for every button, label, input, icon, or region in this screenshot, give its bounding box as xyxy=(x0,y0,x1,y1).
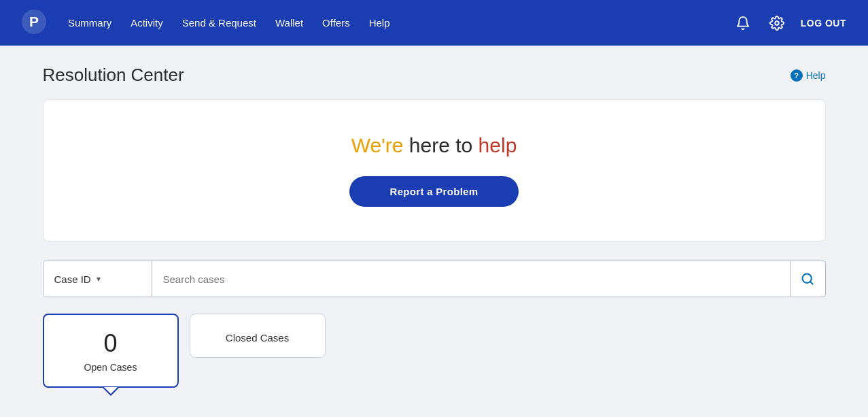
nav-link-activity[interactable]: Activity xyxy=(131,17,163,29)
svg-point-2 xyxy=(775,21,779,25)
chevron-down-icon: ▾ xyxy=(97,274,101,284)
notification-button[interactable] xyxy=(733,13,753,33)
closed-cases-tab[interactable]: Closed Cases xyxy=(190,314,326,358)
svg-line-4 xyxy=(810,282,813,284)
report-problem-button[interactable]: Report a Problem xyxy=(349,176,519,207)
main-content: Resolution Center ? Help We're here to h… xyxy=(27,46,842,407)
open-cases-tab[interactable]: 0 Open Cases xyxy=(43,314,179,388)
hero-card: We're here to help Report a Problem xyxy=(43,99,826,241)
hero-title-help: help xyxy=(479,134,517,156)
hero-title-were: We're xyxy=(351,134,404,156)
page-title: Resolution Center xyxy=(43,65,184,86)
nav-link-help[interactable]: Help xyxy=(369,17,390,29)
bell-icon xyxy=(735,16,750,31)
cases-row: 0 Open Cases Closed Cases xyxy=(43,314,826,388)
nav-links: Summary Activity Send & Request Wallet O… xyxy=(68,17,711,29)
closed-cases-label: Closed Cases xyxy=(201,332,314,344)
search-input[interactable] xyxy=(152,261,790,297)
settings-button[interactable] xyxy=(767,13,787,33)
paypal-logo: P xyxy=(22,10,46,37)
logout-button[interactable]: LOG OUT xyxy=(801,18,846,29)
dropdown-label: Case ID xyxy=(54,273,91,285)
search-icon xyxy=(801,272,814,286)
open-cases-label: Open Cases xyxy=(55,362,167,373)
page-header: Resolution Center ? Help xyxy=(43,65,826,86)
help-link[interactable]: ? Help xyxy=(791,69,826,82)
gear-icon xyxy=(769,16,784,31)
nav-link-summary[interactable]: Summary xyxy=(68,17,111,29)
help-circle-icon: ? xyxy=(791,69,803,82)
navigation: P Summary Activity Send & Request Wallet… xyxy=(0,0,868,46)
search-bar: Case ID ▾ xyxy=(43,261,826,297)
nav-right: LOG OUT xyxy=(733,13,846,33)
case-id-dropdown[interactable]: Case ID ▾ xyxy=(44,261,152,297)
hero-title: We're here to help xyxy=(71,134,798,157)
hero-title-here: here to xyxy=(404,134,479,156)
help-link-label: Help xyxy=(806,70,826,81)
nav-link-send-request[interactable]: Send & Request xyxy=(182,17,256,29)
nav-link-offers[interactable]: Offers xyxy=(322,17,350,29)
open-cases-count: 0 xyxy=(55,329,167,358)
svg-text:P: P xyxy=(29,13,39,29)
search-button[interactable] xyxy=(790,261,825,297)
nav-link-wallet[interactable]: Wallet xyxy=(275,17,303,29)
